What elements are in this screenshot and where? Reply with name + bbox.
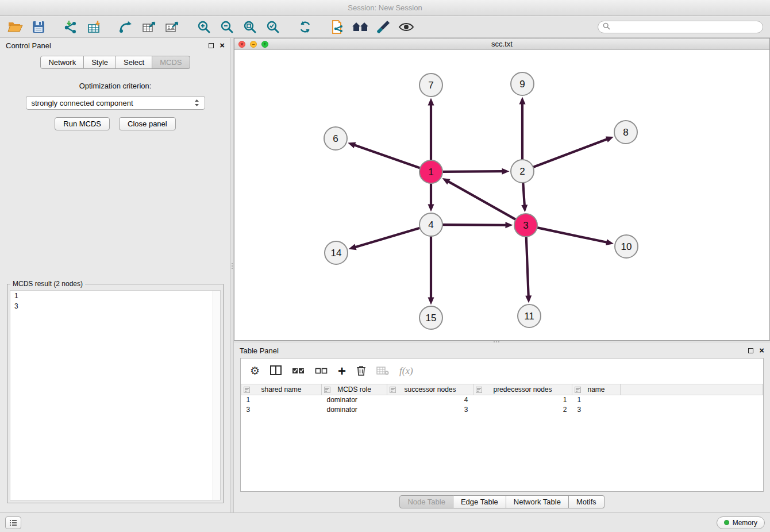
- zoom-selected-icon[interactable]: [264, 18, 282, 36]
- network-window-title: scc.txt: [491, 40, 513, 48]
- table-settings-icon[interactable]: ⚙: [250, 365, 260, 377]
- control-panel: Control Panel × NetworkStyleSelectMCDS O…: [0, 38, 230, 512]
- result-item: 1: [10, 291, 220, 301]
- node-table: shared nameMCDS rolesuccessor nodesprede…: [241, 384, 763, 415]
- import-table-icon[interactable]: [85, 18, 102, 36]
- table-tab-node-table[interactable]: Node Table: [399, 495, 453, 508]
- graph-node-8[interactable]: 8: [614, 121, 637, 144]
- graph-edge-3-10[interactable]: [537, 228, 608, 242]
- table-row[interactable]: 1dominator411: [241, 395, 763, 405]
- run-mcds-button[interactable]: Run MCDS: [55, 117, 110, 130]
- show-panel-button[interactable]: [5, 516, 21, 529]
- graph-node-1[interactable]: 1: [419, 160, 442, 183]
- window-titlebar: Session: New Session: [0, 0, 770, 16]
- network-canvas-area[interactable]: 7968124310141511: [234, 51, 769, 340]
- column-header-predecessor-nodes[interactable]: predecessor nodes: [473, 384, 572, 395]
- dropdown-stepper-icon: [194, 99, 199, 107]
- show-hide-graphics-icon[interactable]: [398, 18, 415, 36]
- new-network-icon[interactable]: [117, 18, 134, 36]
- graph-node-10[interactable]: 10: [615, 235, 638, 258]
- graph-node-3[interactable]: 3: [514, 214, 537, 237]
- save-session-icon[interactable]: [30, 18, 47, 36]
- table-cell[interactable]: dominator: [322, 405, 387, 415]
- table-tab-edge-table[interactable]: Edge Table: [453, 495, 506, 508]
- graph-node-9[interactable]: 9: [511, 72, 534, 95]
- graph-node-6[interactable]: 6: [324, 127, 347, 150]
- graph-edge-4-14[interactable]: [355, 228, 420, 248]
- column-header-successor-nodes[interactable]: successor nodes: [387, 384, 473, 395]
- show-columns-icon[interactable]: [270, 365, 282, 377]
- function-builder-icon[interactable]: f(x): [399, 365, 413, 377]
- select-all-icon[interactable]: [292, 367, 305, 376]
- table-cell[interactable]: 1: [572, 395, 621, 405]
- tab-style[interactable]: Style: [84, 56, 116, 69]
- table-cell[interactable]: dominator: [322, 395, 387, 405]
- graph-node-7[interactable]: 7: [419, 74, 442, 97]
- graph-node-2[interactable]: 2: [511, 160, 534, 183]
- graph-edge-arrowhead: [505, 222, 513, 228]
- search-box[interactable]: [598, 21, 763, 33]
- delete-row-icon[interactable]: [356, 365, 366, 377]
- graph-edge-3-1[interactable]: [448, 181, 515, 219]
- graph-edge-4-3[interactable]: [442, 225, 507, 225]
- table-cell[interactable]: 4: [387, 395, 473, 405]
- close-table-panel-icon[interactable]: ×: [759, 348, 764, 353]
- tab-select[interactable]: Select: [116, 56, 152, 69]
- main-toolbar: [0, 17, 770, 38]
- graph-node-14[interactable]: 14: [325, 241, 348, 264]
- zoom-window-icon[interactable]: +: [261, 41, 268, 48]
- close-panel-button[interactable]: Close panel: [119, 117, 176, 130]
- mcds-result-list[interactable]: 13: [10, 290, 221, 500]
- column-header-name[interactable]: name: [572, 384, 621, 395]
- table-cell[interactable]: 3: [387, 405, 473, 415]
- graph-edge-1-6[interactable]: [354, 145, 420, 168]
- svg-text:7: 7: [428, 80, 433, 91]
- table-cell[interactable]: 1: [241, 395, 322, 405]
- graph-node-4[interactable]: 4: [419, 213, 442, 236]
- float-table-panel-icon[interactable]: [748, 348, 753, 353]
- import-network-icon[interactable]: [62, 18, 79, 36]
- table-tab-network-table[interactable]: Network Table: [506, 495, 569, 508]
- open-session-icon[interactable]: [7, 18, 24, 36]
- minimize-window-icon[interactable]: –: [250, 41, 257, 48]
- column-header-shared-name[interactable]: shared name: [241, 384, 322, 395]
- memory-status-icon: [724, 520, 729, 525]
- memory-button[interactable]: Memory: [717, 516, 765, 529]
- column-header-MCDS-role[interactable]: MCDS role: [322, 384, 387, 395]
- table-tab-motifs[interactable]: Motifs: [569, 495, 605, 508]
- copy-network-view-icon[interactable]: [329, 18, 346, 36]
- zoom-out-icon[interactable]: [218, 18, 236, 36]
- tab-mcds[interactable]: MCDS: [152, 56, 190, 69]
- home-icon[interactable]: [352, 18, 369, 36]
- zoom-fit-icon[interactable]: [241, 18, 259, 36]
- list-icon: [9, 519, 17, 526]
- graph-edge-3-11[interactable]: [526, 237, 529, 297]
- graph-edge-2-8[interactable]: [533, 139, 608, 167]
- zoom-in-icon[interactable]: [195, 18, 213, 36]
- graph-edge-1-2[interactable]: [442, 171, 503, 172]
- close-panel-icon[interactable]: ×: [220, 43, 225, 48]
- graph-edge-2-3[interactable]: [523, 183, 525, 206]
- table-cell[interactable]: 3: [572, 405, 621, 415]
- table-row[interactable]: 3dominator323: [241, 405, 763, 415]
- table-cell[interactable]: 3: [241, 405, 322, 415]
- refresh-icon[interactable]: [297, 18, 314, 36]
- optimization-dropdown[interactable]: strongly connected component: [26, 96, 205, 110]
- export-image-icon[interactable]: [163, 18, 180, 36]
- column-header-filler: [621, 384, 763, 395]
- graph-node-15[interactable]: 15: [419, 306, 442, 329]
- style-paint-icon[interactable]: [375, 18, 392, 36]
- table-cell[interactable]: 1: [473, 395, 572, 405]
- delete-table-icon[interactable]: [376, 366, 389, 377]
- unselect-all-icon[interactable]: [315, 367, 328, 376]
- float-panel-icon[interactable]: [209, 43, 214, 48]
- close-window-icon[interactable]: ×: [238, 41, 245, 48]
- table-cell[interactable]: 2: [473, 405, 572, 415]
- search-input[interactable]: [614, 23, 758, 31]
- add-row-icon[interactable]: +: [338, 365, 346, 377]
- export-table-icon[interactable]: [140, 18, 157, 36]
- result-scrollbar[interactable]: [213, 291, 220, 500]
- tab-network[interactable]: Network: [40, 56, 84, 69]
- dropdown-value: strongly connected component: [32, 99, 133, 107]
- graph-node-11[interactable]: 11: [518, 304, 541, 327]
